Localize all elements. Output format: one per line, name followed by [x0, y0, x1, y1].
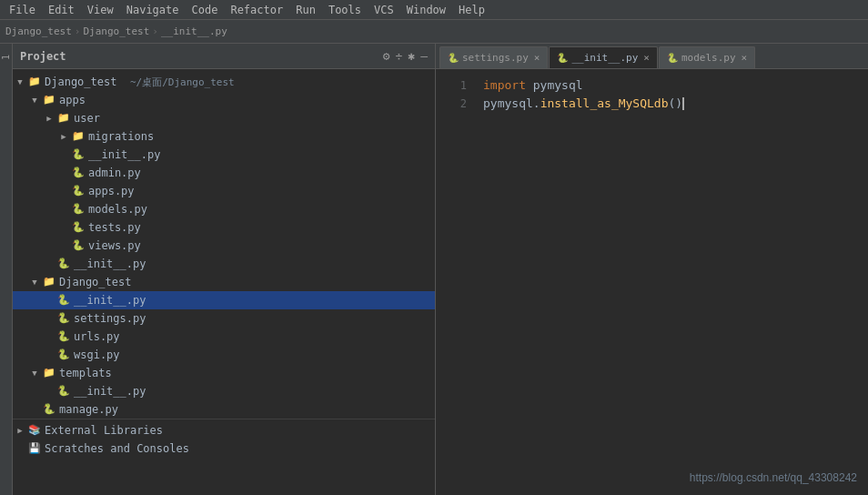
arrow-templats: ▼ [27, 369, 42, 378]
label-views: views.py [88, 239, 141, 252]
breadcrumb-item-3[interactable]: __init__.py [161, 25, 227, 37]
menu-navigate[interactable]: Navigate [121, 2, 185, 18]
py-icon-apps: 🐍 [71, 184, 86, 198]
tree-item-init-templats[interactable]: 🐍 __init__.py [13, 382, 435, 400]
watermark: https://blog.csdn.net/qq_43308242 [690, 471, 857, 484]
tree-section-bottom: ▶ 📚 External Libraries 💾 Scratches and C… [13, 419, 435, 458]
folder-icon-root: 📁 [27, 75, 42, 89]
menu-view[interactable]: View [82, 2, 119, 18]
tree-item-init-user[interactable]: 🐍 __init__.py [13, 146, 435, 164]
tree-item-apps[interactable]: ▼ 📁 apps [13, 91, 435, 109]
tree-item-migrations[interactable]: ▶ 📁 migrations [13, 127, 435, 146]
asterisk-icon[interactable]: ✱ [408, 49, 415, 63]
module-pymysql-1: pymysql [533, 76, 583, 95]
folder-icon-apps: 📁 [42, 93, 56, 107]
py-icon-views: 🐍 [71, 238, 86, 253]
tab-label-settings: settings.py [462, 52, 529, 64]
py-icon-manage: 🐍 [42, 402, 56, 417]
arrow-user: ▶ [42, 114, 56, 123]
label-init-djangotest: __init__.py [74, 294, 146, 307]
tab-settings[interactable]: 🐍 settings.py × [439, 46, 548, 68]
tree-item-admin[interactable]: 🐍 admin.py [13, 164, 435, 182]
tab-close-models[interactable]: × [742, 52, 748, 64]
menu-vcs[interactable]: VCS [368, 2, 399, 18]
tree-item-init-apps[interactable]: 🐍 __init__.py [13, 255, 435, 273]
label-init-templats: __init__.py [74, 385, 146, 398]
tab-icon-init: 🐍 [557, 53, 568, 63]
tab-icon-models: 🐍 [667, 53, 678, 63]
label-init-apps: __init__.py [74, 258, 146, 270]
label-appspy: apps.py [88, 185, 135, 197]
tab-close-init[interactable]: × [643, 52, 650, 64]
tree-item-external-libs[interactable]: ▶ 📚 External Libraries [13, 421, 435, 439]
tree-item-urls[interactable]: 🐍 urls.py [13, 328, 435, 346]
label-wsgi: wsgi.py [74, 349, 120, 361]
menu-tools[interactable]: Tools [323, 2, 367, 18]
py-icon-models-user: 🐍 [71, 202, 86, 217]
editor-area: 1 2 import pymysql pymysql.install_as_My… [436, 69, 868, 495]
tree-item-user[interactable]: ▶ 📁 user [13, 109, 435, 127]
menu-edit[interactable]: Edit [43, 2, 80, 18]
folder-icon-user: 📁 [56, 111, 71, 126]
tree-item-views[interactable]: 🐍 views.py [13, 237, 435, 255]
arrow-migrations: ▶ [56, 132, 71, 141]
collapse-icon[interactable]: — [420, 49, 428, 63]
menu-file[interactable]: File [4, 2, 41, 18]
py-icon-init-apps: 🐍 [56, 257, 71, 271]
folder-icon-migrations: 📁 [71, 129, 86, 144]
folder-icon-templats: 📁 [42, 366, 56, 380]
label-external-libs: External Libraries [45, 424, 163, 437]
tab-models[interactable]: 🐍 models.py × [659, 46, 755, 68]
code-content[interactable]: import pymysql pymysql.install_as_MySQLd… [472, 69, 868, 495]
tab-init[interactable]: 🐍 __init__.py × [549, 46, 657, 68]
settings-icon[interactable]: ⚙ [383, 49, 390, 63]
py-icon-tests: 🐍 [71, 220, 86, 235]
label-models-user: models.py [88, 203, 147, 216]
menu-window[interactable]: Window [401, 2, 451, 18]
label-root: Django_test ~/桌面/Django_test [45, 76, 235, 89]
tab-close-settings[interactable]: × [534, 52, 540, 64]
menu-run[interactable]: Run [290, 2, 321, 18]
parens: () [669, 95, 683, 113]
breadcrumb: Django_test › Django_test › __init__.py [0, 20, 868, 44]
tab-label-init: __init__.py [571, 52, 638, 64]
left-strip: 1 [0, 44, 13, 495]
tree-item-root[interactable]: ▼ 📁 Django_test ~/桌面/Django_test [13, 73, 435, 91]
tree-item-init-djangotest[interactable]: 🐍 __init__.py [13, 291, 435, 309]
menu-bar: File Edit View Navigate Code Refactor Ru… [0, 0, 868, 20]
tree-item-templats[interactable]: ▼ 📁 templats [13, 364, 435, 382]
label-settings: settings.py [74, 312, 146, 325]
tree-item-djangotest-pkg[interactable]: ▼ 📁 Django_test [13, 273, 435, 291]
py-icon-init-djangotest: 🐍 [56, 293, 71, 308]
label-apps: apps [59, 94, 86, 106]
py-icon-wsgi: 🐍 [56, 348, 71, 362]
arrow-external: ▶ [13, 426, 27, 435]
py-icon-urls: 🐍 [56, 329, 71, 344]
label-manage: manage.py [59, 403, 118, 416]
menu-refactor[interactable]: Refactor [225, 2, 288, 18]
label-djangotest: Django_test [59, 276, 131, 288]
tree-item-appspy[interactable]: 🐍 apps.py [13, 182, 435, 200]
label-user: user [74, 112, 100, 125]
line-num-2: 2 [436, 95, 467, 113]
breadcrumb-item-1[interactable]: Django_test [5, 25, 72, 37]
tree-item-models-user[interactable]: 🐍 models.py [13, 200, 435, 218]
main-layout: 1 Project ⚙ ÷ ✱ — ▼ 📁 Django_test ~/桌面/D… [0, 44, 868, 495]
tree-item-tests[interactable]: 🐍 tests.py [13, 218, 435, 237]
tree-item-manage[interactable]: 🐍 manage.py [13, 400, 435, 419]
keyword-import: import [483, 76, 526, 95]
py-icon-init-templats: 🐍 [56, 384, 71, 399]
arrow-djangotest: ▼ [27, 278, 42, 287]
breadcrumb-item-2[interactable]: Django_test [83, 25, 149, 37]
tree-item-wsgi[interactable]: 🐍 wsgi.py [13, 346, 435, 364]
tree-item-settings[interactable]: 🐍 settings.py [13, 309, 435, 328]
tab-label-models: models.py [681, 52, 736, 64]
arrow-apps: ▼ [27, 96, 42, 105]
tree-item-scratches[interactable]: 💾 Scratches and Consoles [13, 439, 435, 458]
menu-help[interactable]: Help [453, 2, 490, 18]
menu-code[interactable]: Code [187, 2, 224, 18]
divide-icon[interactable]: ÷ [396, 49, 403, 63]
label-templats: templats [59, 367, 112, 379]
project-header: Project ⚙ ÷ ✱ — [13, 44, 435, 69]
project-tree[interactable]: ▼ 📁 Django_test ~/桌面/Django_test ▼ 📁 app… [13, 69, 435, 495]
